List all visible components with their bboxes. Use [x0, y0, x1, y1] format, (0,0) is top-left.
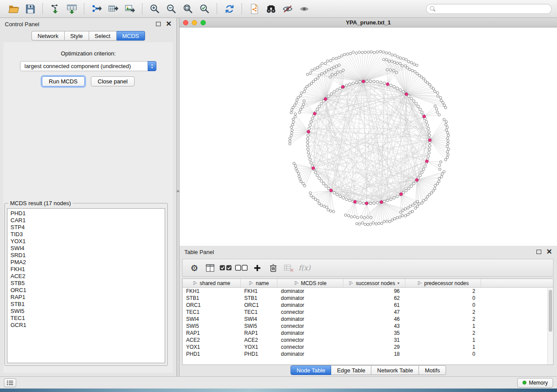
network-canvas[interactable] — [180, 28, 557, 246]
float-panel-icon[interactable] — [156, 22, 161, 26]
mcds-result-item[interactable]: FKH1 — [7, 266, 165, 273]
memory-button[interactable]: Memory — [517, 378, 553, 388]
cell-shared-name: STB1 — [183, 295, 241, 301]
mcds-result-item[interactable]: GCR1 — [7, 322, 165, 329]
cell-successor-nodes: 29 — [343, 344, 405, 350]
memory-button-label: Memory — [529, 380, 548, 386]
eye-icon[interactable] — [296, 2, 312, 16]
tab-network[interactable]: Network — [31, 31, 65, 41]
cell-mcds-role: dominator — [277, 316, 343, 322]
tab-style[interactable]: Style — [65, 31, 89, 41]
zoom-window-button[interactable] — [201, 20, 206, 25]
add-row-icon[interactable] — [251, 261, 264, 275]
scrollbar-thumb[interactable] — [549, 290, 552, 332]
table-row[interactable]: YOX1YOX1connector291 — [183, 344, 553, 351]
tab-node-table[interactable]: Node Table — [291, 365, 332, 375]
column-header-name[interactable]: name — [241, 279, 277, 287]
import-network-icon[interactable] — [47, 2, 63, 16]
tab-edge-table[interactable]: Edge Table — [331, 365, 371, 375]
import-table-icon[interactable] — [64, 2, 80, 16]
column-header-mcds-role[interactable]: MCDS role — [277, 279, 343, 287]
zoom-out-icon[interactable] — [163, 2, 179, 16]
table-row[interactable]: SWI4SWI4dominator462 — [183, 316, 553, 323]
mcds-result-item[interactable]: PMA2 — [7, 259, 165, 266]
open-file-icon[interactable] — [6, 2, 21, 16]
column-header-shared-name[interactable]: shared name — [183, 279, 241, 287]
column-chooser-icon[interactable] — [204, 261, 217, 275]
settings-gear-icon[interactable]: ⚙ — [188, 261, 201, 275]
cell-predecessor-nodes: 1 — [405, 323, 481, 329]
cell-mcds-role: dominator — [277, 288, 343, 294]
cell-name: RAP1 — [241, 330, 277, 336]
cell-successor-nodes: 46 — [343, 316, 405, 322]
criterion-select[interactable]: largest connected component (undirected)… — [20, 61, 156, 71]
table-row[interactable]: STB1STB1dominator620 — [183, 295, 553, 302]
deselect-all-icon[interactable] — [235, 261, 248, 275]
tab-motifs[interactable]: Motifs — [419, 365, 446, 375]
export-image-icon[interactable] — [122, 2, 138, 16]
cell-successor-nodes: 18 — [343, 351, 405, 357]
close-panel-button[interactable]: Close panel — [91, 76, 135, 86]
column-header-successor-nodes[interactable]: successor nodes▾ — [343, 279, 405, 287]
export-table-icon[interactable] — [105, 2, 121, 16]
float-table-panel-icon[interactable] — [536, 250, 541, 254]
mcds-result-item[interactable]: TID3 — [7, 231, 165, 238]
close-panel-icon[interactable]: ✕ — [166, 21, 172, 28]
table-row[interactable]: SWI5SWI5connector431 — [183, 323, 553, 330]
toolbar-separator — [142, 3, 142, 14]
cell-name: PHD1 — [241, 351, 277, 357]
zoom-in-icon[interactable] — [147, 2, 163, 16]
select-all-icon[interactable] — [219, 261, 232, 275]
toolbar-separator — [42, 3, 43, 14]
mcds-result-item[interactable]: STB1 — [7, 301, 165, 308]
run-mcds-button[interactable]: Run MCDS — [42, 76, 85, 86]
mcds-result-title: MCDS result (17 nodes) — [8, 200, 73, 206]
tab-select[interactable]: Select — [89, 31, 117, 41]
mcds-result-item[interactable]: PHD1 — [7, 210, 165, 217]
mcds-result-list[interactable]: PHD1CAR1STP4TID3YOX1SWI4SRD1PMA2FKH1ACE2… — [7, 208, 165, 363]
tab-mcds[interactable]: MCDS — [117, 31, 145, 41]
delete-row-icon[interactable] — [266, 261, 280, 275]
eye-off-icon[interactable] — [280, 2, 295, 16]
table-row[interactable]: FKH1FKH1dominator962 — [183, 288, 553, 295]
export-network-icon[interactable] — [89, 2, 104, 16]
cell-successor-nodes: 43 — [343, 323, 405, 329]
close-table-panel-icon[interactable]: ✕ — [547, 248, 552, 255]
table-row[interactable]: RAP1RAP1dominator352 — [183, 330, 553, 337]
table-row[interactable]: ORC1ORC1dominator610 — [183, 302, 553, 309]
table-row[interactable]: ACE2ACE2connector311 — [183, 337, 553, 344]
search-box[interactable] — [426, 4, 552, 14]
share-session-icon[interactable] — [246, 2, 262, 16]
mcds-result-item[interactable]: SRD1 — [7, 252, 165, 259]
mcds-result-item[interactable]: ACE2 — [7, 273, 165, 280]
mcds-result-groupbox: MCDS result (17 nodes) PHD1CAR1STP4TID3Y… — [4, 203, 168, 366]
mcds-result-item[interactable]: TEC1 — [7, 315, 165, 322]
mcds-result-item[interactable]: CAR1 — [7, 217, 165, 224]
mcds-result-item[interactable]: STP4 — [7, 224, 165, 231]
clear-table-icon[interactable] — [282, 261, 295, 275]
minimize-window-button[interactable] — [192, 20, 197, 25]
zoom-selected-icon[interactable] — [197, 2, 212, 16]
task-history-button[interactable] — [4, 378, 16, 387]
save-session-icon[interactable] — [22, 2, 38, 16]
cell-name: ORC1 — [241, 302, 277, 308]
cell-mcds-role: connector — [277, 323, 343, 329]
mcds-result-item[interactable]: SWI5 — [7, 308, 165, 315]
mcds-result-item[interactable]: SWI4 — [7, 245, 165, 252]
zoom-fit-icon[interactable] — [180, 2, 196, 16]
close-window-button[interactable] — [183, 20, 188, 25]
toolbar-separator — [84, 3, 84, 14]
function-builder-icon[interactable]: f(x) — [298, 261, 311, 275]
search-input[interactable] — [426, 4, 552, 14]
mcds-result-item[interactable]: ORC1 — [7, 287, 165, 294]
table-row[interactable]: TEC1TEC1connector472 — [183, 309, 553, 316]
tab-network-table[interactable]: Network Table — [371, 365, 419, 375]
table-scrollbar[interactable] — [547, 288, 553, 364]
mcds-result-item[interactable]: STB5 — [7, 280, 165, 287]
refresh-icon[interactable] — [221, 2, 237, 16]
binoculars-icon[interactable] — [263, 2, 279, 16]
mcds-result-item[interactable]: YOX1 — [7, 238, 165, 245]
table-row[interactable]: PHD1PHD1dominator180 — [183, 351, 553, 358]
column-header-predecessor-nodes[interactable]: predecessor nodes — [405, 279, 481, 287]
mcds-result-item[interactable]: RAP1 — [7, 294, 165, 301]
